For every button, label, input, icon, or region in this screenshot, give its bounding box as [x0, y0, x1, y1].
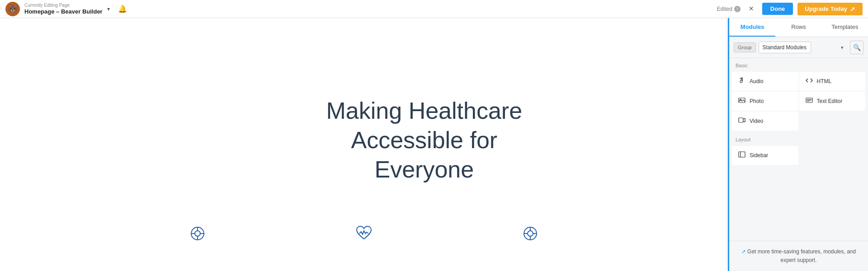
panel-tabs: Modules Rows Templates [729, 18, 868, 37]
tab-rows[interactable]: Rows [775, 18, 821, 37]
music-icon [738, 77, 746, 86]
panel-footer: ➚ Get more time-saving features, modules… [729, 241, 868, 271]
topbar-title-block: Currently Editing Page Homepage – Beaver… [24, 3, 103, 15]
topbar-left: 🐻 Currently Editing Page Homepage – Beav… [5, 2, 127, 16]
module-html-label: HTML [817, 78, 832, 84]
topbar-page-title: Homepage – Beaver Builder [24, 8, 103, 15]
module-text-editor-label: Text Editor [817, 98, 843, 104]
module-photo-label: Photo [750, 98, 764, 104]
group-label: Group [734, 42, 756, 52]
done-button[interactable]: Done [762, 3, 793, 15]
code-icon [805, 77, 813, 86]
layout-module-grid: Sidebar [729, 144, 868, 167]
video-icon [738, 117, 746, 126]
section-label-layout: Layout [729, 132, 868, 144]
module-text-editor[interactable]: Text Editor [799, 92, 866, 111]
heart-monitor-icon [353, 223, 375, 248]
svg-point-7 [528, 231, 533, 236]
module-video-label: Video [750, 118, 763, 124]
svg-rect-18 [739, 118, 743, 122]
photo-icon [738, 97, 746, 106]
svg-rect-19 [739, 152, 745, 157]
external-link-icon: ➚ [850, 5, 855, 13]
text-editor-icon [805, 97, 813, 106]
topbar-subtitle: Currently Editing Page [24, 3, 103, 8]
module-sidebar-label: Sidebar [750, 152, 768, 159]
group-select[interactable]: Standard Modules [759, 42, 811, 53]
search-button[interactable]: 🔍 [850, 41, 863, 54]
tab-templates[interactable]: Templates [822, 18, 868, 37]
chevron-down-icon[interactable]: ▾ [107, 6, 110, 12]
bell-icon[interactable]: 🔔 [118, 5, 127, 13]
brain-icon-left [187, 223, 208, 248]
sidebar-icon [738, 151, 746, 160]
bottom-icons [0, 223, 728, 248]
brain-icon-right [519, 223, 541, 248]
search-icon: 🔍 [853, 44, 861, 51]
module-html[interactable]: HTML [799, 72, 866, 91]
edited-label: Edited ? [717, 6, 741, 12]
group-select-wrapper: Standard Modules [759, 42, 847, 53]
basic-module-grid: Audio HTML Photo Text Edit [729, 70, 868, 132]
panel-content: Basic Audio HTML Photo [729, 58, 868, 241]
panel-toolbar: Group Standard Modules 🔍 [729, 37, 868, 58]
svg-point-1 [195, 231, 200, 236]
upgrade-button[interactable]: Upgrade Today ➚ [797, 3, 863, 15]
help-icon[interactable]: ? [734, 6, 741, 12]
section-label-basic: Basic [729, 58, 868, 70]
topbar-logo: 🐻 [5, 2, 20, 16]
tab-modules[interactable]: Modules [729, 18, 775, 37]
module-audio[interactable]: Audio [732, 72, 798, 91]
module-video[interactable]: Video [732, 112, 798, 131]
external-link-icon: ➚ [741, 248, 746, 255]
module-sidebar[interactable]: Sidebar [732, 146, 798, 165]
module-photo[interactable]: Photo [732, 92, 798, 111]
side-panel: Modules Rows Templates Group Standard Mo… [728, 18, 868, 271]
topbar-right: Edited ? × Done Upgrade Today ➚ [717, 3, 863, 15]
close-button[interactable]: × [745, 3, 758, 15]
topbar: 🐻 Currently Editing Page Homepage – Beav… [0, 0, 868, 18]
module-audio-label: Audio [750, 78, 764, 84]
svg-rect-12 [739, 98, 745, 103]
hero-text: Making Healthcare Accessible for Everyon… [326, 96, 523, 184]
